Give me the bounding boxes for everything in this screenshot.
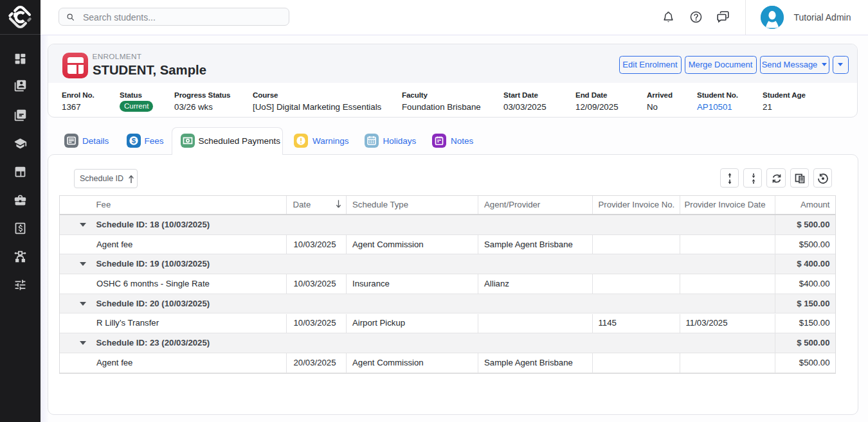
svg-text:$: $ [132,137,136,145]
